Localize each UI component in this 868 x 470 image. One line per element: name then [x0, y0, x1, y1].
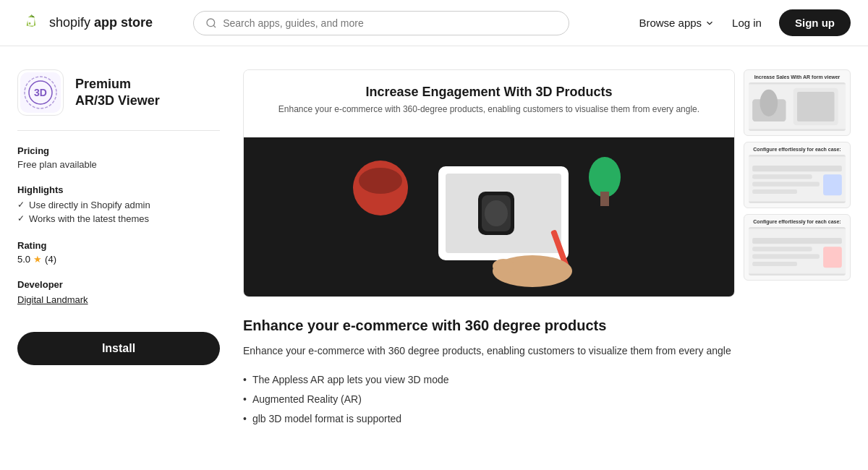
screenshot-image-area [244, 137, 734, 296]
svg-point-24 [760, 90, 778, 116]
svg-rect-32 [752, 238, 842, 244]
thumb-content-3 [749, 227, 846, 275]
rating-label: Rating [17, 240, 220, 251]
rating-section: Rating 5.0 ★ (4) [17, 240, 220, 265]
thumb-title-3: Configure effortlessly for each case: [753, 219, 841, 224]
thumb-content-1 [749, 82, 846, 131]
screenshot-subtitle: Enhance your e-commerce with 360-degree … [261, 104, 717, 114]
app-name-line1: Premium [75, 76, 160, 93]
svg-rect-35 [752, 262, 797, 266]
highlights-label: Highlights [17, 184, 220, 195]
thumb-content-2 [749, 155, 846, 203]
svg-rect-29 [752, 189, 797, 194]
app-icon-svg: 3D [20, 72, 61, 113]
pricing-value: Free plan available [17, 159, 220, 170]
svg-rect-36 [823, 247, 842, 268]
svg-point-15 [589, 157, 621, 197]
svg-rect-30 [823, 174, 842, 195]
svg-text:3D: 3D [34, 87, 47, 98]
svg-rect-27 [752, 174, 812, 179]
pricing-section: Pricing Free plan available [17, 145, 220, 170]
thumbnail-3[interactable]: Configure effortlessly for each case: [744, 214, 851, 281]
screenshot-top-text: Increase Engagement With 3D Products Enh… [244, 70, 734, 137]
thumbnail-column: Increase Sales With AR form viewer Confi… [744, 69, 851, 297]
install-button[interactable]: Install [17, 332, 220, 365]
search-icon [205, 17, 217, 29]
svg-point-14 [485, 200, 508, 226]
sidebar: 3D Premium AR/3D Viewer Pricing Free pla… [17, 69, 220, 429]
list-item: • The Appless AR app lets you view 3D mo… [243, 370, 851, 390]
feature-list: • The Appless AR app lets you view 3D mo… [243, 370, 851, 429]
checkmark-icon: ✓ [17, 200, 25, 210]
chevron-down-icon [705, 18, 715, 28]
highlights-section: Highlights ✓ Use directly in Shopify adm… [17, 184, 220, 226]
developer-label: Developer [17, 279, 220, 290]
thumbnail-2[interactable]: Configure effortlessly for each case: [744, 142, 851, 208]
list-item: • glb 3D model format is supported [243, 409, 851, 429]
list-item: • Augmented Reality (AR) [243, 390, 851, 409]
logo: shopify app store [17, 10, 153, 36]
star-icon: ★ [33, 254, 42, 265]
screenshots-area: Increase Engagement With 3D Products Enh… [243, 69, 851, 297]
svg-rect-28 [752, 182, 820, 187]
product-photo-svg [244, 137, 734, 296]
svg-line-2 [213, 25, 216, 27]
developer-link[interactable]: Digital Landmark [17, 294, 88, 305]
thumb-title-1: Increase Sales With AR form viewer [754, 74, 841, 80]
thumbnail-1[interactable]: Increase Sales With AR form viewer [744, 69, 851, 136]
search-bar [193, 11, 569, 35]
header: shopify app store Browse apps Log in Sig… [0, 0, 868, 46]
description-body: Enhance your e-commerce with 360 degree … [243, 343, 851, 359]
rating-row: 5.0 ★ (4) [17, 254, 220, 265]
svg-rect-34 [752, 255, 820, 259]
rating-count: (4) [45, 254, 56, 265]
logo-text: shopify app store [49, 15, 153, 30]
svg-rect-16 [600, 192, 609, 206]
developer-section: Developer Digital Landmark [17, 279, 220, 306]
svg-point-1 [207, 19, 215, 27]
header-right: Browse apps Log in Sign up [639, 9, 851, 36]
app-detail: Increase Engagement With 3D Products Enh… [243, 69, 851, 429]
checkmark-icon: ✓ [17, 213, 25, 223]
svg-rect-22 [797, 92, 835, 121]
search-input[interactable] [223, 17, 557, 29]
screenshot-title: Increase Engagement With 3D Products [261, 85, 717, 100]
pricing-label: Pricing [17, 145, 220, 156]
bullet-icon: • [243, 411, 247, 427]
description-title: Enhance your e-commerce with 360 degree … [243, 317, 851, 334]
signup-button[interactable]: Sign up [779, 9, 851, 36]
bullet-icon: • [243, 372, 247, 388]
app-name-block: Premium AR/3D Viewer [75, 76, 160, 110]
list-item: ✓ Works with the latest themes [17, 212, 220, 226]
shopify-bag-icon [17, 10, 43, 36]
app-icon: 3D [17, 69, 64, 116]
browse-apps-button[interactable]: Browse apps [639, 17, 715, 29]
main-screenshot: Increase Engagement With 3D Products Enh… [243, 69, 735, 297]
app-header-info: 3D Premium AR/3D Viewer [17, 69, 220, 131]
svg-point-19 [493, 259, 514, 273]
rating-value: 5.0 [17, 254, 30, 265]
main-content: 3D Premium AR/3D Viewer Pricing Free pla… [0, 46, 868, 452]
svg-rect-26 [752, 166, 842, 171]
app-name-line2: AR/3D Viewer [75, 93, 160, 109]
login-button[interactable]: Log in [732, 17, 762, 29]
svg-rect-33 [752, 247, 812, 251]
list-item: ✓ Use directly in Shopify admin [17, 198, 220, 212]
thumb-title-2: Configure effortlessly for each case: [753, 147, 841, 152]
svg-point-9 [359, 168, 402, 194]
highlights-list: ✓ Use directly in Shopify admin ✓ Works … [17, 198, 220, 226]
bullet-icon: • [243, 392, 247, 407]
